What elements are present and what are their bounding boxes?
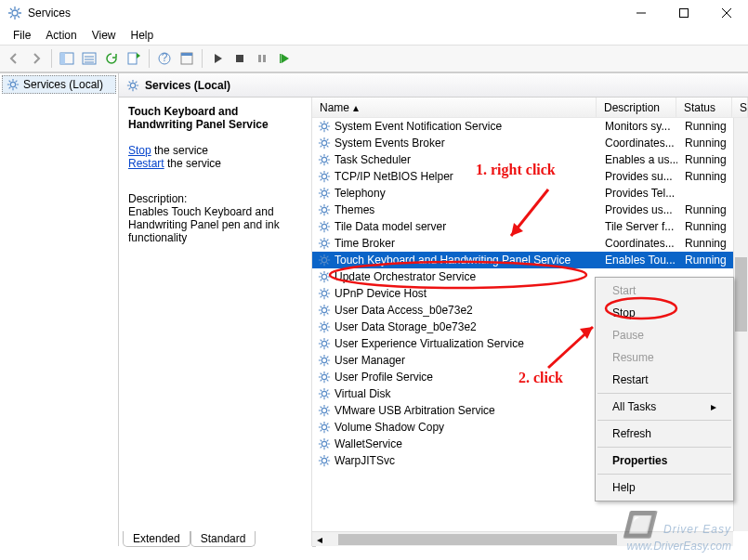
svg-rect-13 <box>280 54 282 63</box>
svg-rect-10 <box>236 55 243 62</box>
title-bar: Services <box>0 0 748 26</box>
export-button[interactable] <box>124 48 144 69</box>
maximize-button[interactable] <box>663 0 705 26</box>
stop-service-button[interactable] <box>230 48 250 69</box>
ctx-pause: Pause <box>597 324 731 346</box>
gear-icon <box>318 187 331 200</box>
ctx-refresh[interactable]: Refresh <box>597 423 731 445</box>
svg-point-14 <box>10 82 15 86</box>
gear-icon <box>318 203 331 216</box>
col-name[interactable]: Name▴ <box>312 98 597 117</box>
service-status <box>677 185 733 202</box>
svg-point-16 <box>322 124 326 128</box>
annotation-step1: 1. right click <box>476 162 556 178</box>
ctx-all-tasks[interactable]: All Tasks▸ <box>597 396 731 418</box>
description-label: Description: <box>128 192 302 205</box>
restart-service-button[interactable] <box>274 48 295 69</box>
toolbar: ? <box>0 45 748 72</box>
service-row[interactable]: System Events BrokerCoordinates...Runnin… <box>312 135 748 151</box>
svg-point-30 <box>322 358 326 362</box>
svg-rect-1 <box>680 9 689 18</box>
service-status: Running <box>677 168 733 185</box>
gear-icon <box>318 220 331 233</box>
ctx-help[interactable]: Help <box>597 476 731 499</box>
service-name: VMware USB Arbitration Service <box>335 404 495 417</box>
menu-view[interactable]: View <box>85 27 124 44</box>
service-name: Virtual Disk <box>335 387 390 400</box>
horizontal-scrollbar[interactable]: ◂ <box>312 531 733 546</box>
service-name: WarpJITSvc <box>335 454 395 467</box>
console-tree: Services (Local) <box>0 73 119 546</box>
service-name: User Profile Service <box>335 371 433 384</box>
menu-action[interactable]: Action <box>38 27 84 44</box>
forward-button[interactable] <box>26 48 46 69</box>
svg-point-37 <box>330 262 586 288</box>
back-button[interactable] <box>4 48 24 69</box>
service-description: Coordinates... <box>597 135 677 151</box>
restart-service-link[interactable]: Restart <box>128 157 164 170</box>
service-row[interactable]: System Event Notification ServiceMonitor… <box>312 118 748 135</box>
refresh-button[interactable] <box>101 48 122 69</box>
col-startup[interactable]: S <box>732 98 748 117</box>
service-name: Telephony <box>335 187 386 200</box>
pane-header-label: Services (Local) <box>145 79 230 92</box>
svg-point-22 <box>322 224 326 228</box>
service-status: Running <box>677 235 733 252</box>
properties-button[interactable] <box>177 48 197 69</box>
svg-point-29 <box>322 341 326 345</box>
services-app-icon <box>7 6 22 20</box>
detail-pane: Touch Keyboard and Handwriting Panel Ser… <box>119 98 312 546</box>
export-list-button[interactable] <box>79 48 99 69</box>
col-description[interactable]: Description <box>597 98 676 117</box>
service-name: Volume Shadow Copy <box>335 421 444 434</box>
gear-icon <box>318 120 331 133</box>
tab-extended[interactable]: Extended <box>123 531 190 547</box>
selected-service-title: Touch Keyboard and Handwriting Panel Ser… <box>128 105 302 131</box>
service-description: Coordinates... <box>597 235 677 252</box>
gear-icon <box>7 78 20 91</box>
annotation-ellipse-2 <box>600 295 684 323</box>
help-button[interactable]: ? <box>154 48 175 69</box>
service-status: Running <box>677 135 733 151</box>
service-status: Running <box>677 118 733 135</box>
svg-point-19 <box>322 174 326 178</box>
ctx-properties[interactable]: Properties <box>597 449 731 472</box>
menu-bar: File Action View Help <box>0 26 748 45</box>
start-service-button[interactable] <box>207 48 228 69</box>
close-button[interactable] <box>705 0 748 26</box>
svg-point-32 <box>322 391 326 396</box>
service-description: Tile Server f... <box>597 218 677 235</box>
svg-text:?: ? <box>162 51 168 64</box>
menu-file[interactable]: File <box>6 27 38 44</box>
service-description: Enables Tou... <box>597 252 677 268</box>
tree-root-services-local[interactable]: Services (Local) <box>2 75 116 94</box>
pause-service-button[interactable] <box>252 48 272 69</box>
gear-icon <box>318 387 331 400</box>
svg-rect-5 <box>128 53 137 64</box>
svg-point-36 <box>322 458 326 462</box>
minimize-button[interactable] <box>620 0 663 26</box>
service-name: Time Broker <box>335 237 395 250</box>
annotation-ellipse-1 <box>323 258 593 292</box>
col-status[interactable]: Status <box>676 98 732 117</box>
gear-icon <box>318 304 331 317</box>
svg-point-17 <box>322 140 326 145</box>
svg-point-38 <box>606 298 676 319</box>
svg-point-28 <box>322 324 326 329</box>
ctx-restart[interactable]: Restart <box>597 369 731 391</box>
show-hide-tree-button[interactable] <box>57 48 77 69</box>
service-name: User Data Storage_b0e73e2 <box>335 320 477 333</box>
svg-point-15 <box>130 83 135 87</box>
menu-help[interactable]: Help <box>124 27 162 44</box>
service-description: Enables a us... <box>597 151 677 168</box>
tab-standard[interactable]: Standard <box>190 531 256 547</box>
stop-service-link[interactable]: Stop <box>128 144 151 157</box>
column-headers: Name▴ Description Status S <box>312 98 748 118</box>
service-name: User Manager <box>335 354 405 367</box>
service-status: Running <box>677 218 733 235</box>
gear-icon <box>318 371 331 384</box>
service-description: Monitors sy... <box>597 118 677 135</box>
vertical-scrollbar[interactable] <box>733 118 748 531</box>
gear-icon <box>318 237 331 250</box>
gear-icon <box>318 404 331 417</box>
